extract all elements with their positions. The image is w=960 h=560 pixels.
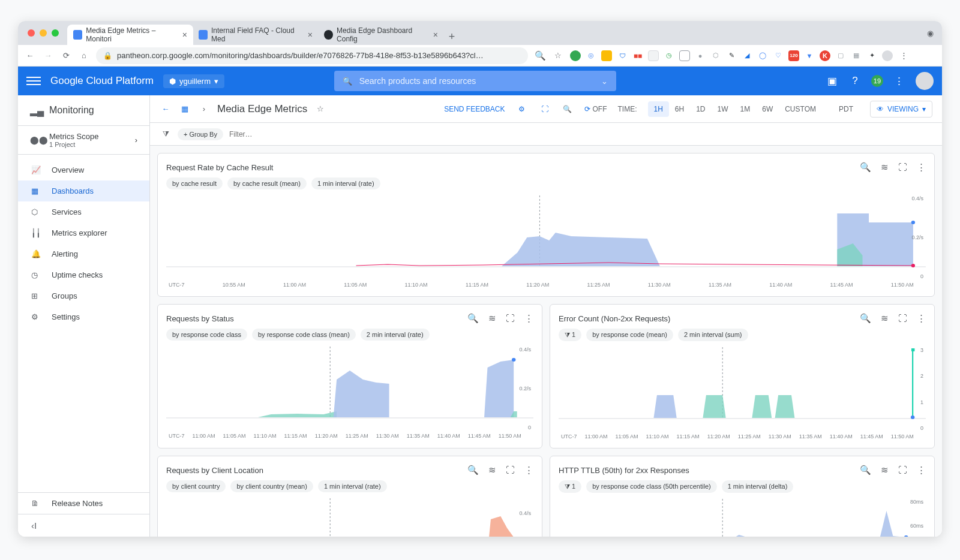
zoom-icon[interactable]: 🔍 <box>467 313 479 324</box>
fullscreen-icon[interactable]: ⛶ <box>539 103 551 115</box>
close-tab-icon[interactable]: × <box>308 30 313 40</box>
time-range-6w[interactable]: 6W <box>756 101 779 117</box>
sidebar-item-settings[interactable]: ⚙Settings <box>18 306 149 327</box>
group-by-chip[interactable]: + Group By <box>178 128 223 140</box>
time-range-1h[interactable]: 1H <box>648 101 669 117</box>
close-window-button[interactable] <box>28 29 35 37</box>
account-avatar[interactable] <box>916 72 934 90</box>
minimize-window-button[interactable] <box>40 29 47 37</box>
grid-icon[interactable]: ▦ <box>179 103 191 115</box>
chip[interactable]: 1 min interval (rate) <box>311 177 380 189</box>
zoom-icon[interactable]: 🔍 <box>860 465 871 475</box>
profile-icon[interactable] <box>882 50 893 61</box>
time-range-1w[interactable]: 1W <box>712 101 734 117</box>
search-in-page-icon[interactable]: 🔍 <box>534 50 546 62</box>
more-icon[interactable]: ⋮ <box>917 313 926 324</box>
legend-icon[interactable]: ≋ <box>881 465 889 475</box>
chart-area[interactable]: 0.4/s0.2/s0 <box>166 195 926 279</box>
chip[interactable]: by cache result (mean) <box>227 177 307 189</box>
sidebar-item-metrics-explorer[interactable]: ╽╽Metrics explorer <box>18 222 149 243</box>
time-range-1m[interactable]: 1M <box>734 101 757 117</box>
more-icon[interactable]: ⋮ <box>917 162 926 173</box>
browser-tab-active[interactable]: Media Edge Metrics – Monitori × <box>67 25 193 45</box>
send-feedback-link[interactable]: SEND FEEDBACK <box>444 105 505 113</box>
zoom-icon[interactable]: 🔍 <box>467 465 479 475</box>
free-trial-icon[interactable]: ▣ <box>826 74 839 88</box>
chart-area[interactable]: 3210 <box>559 347 926 431</box>
utilities-menu-icon[interactable]: ⋮ <box>893 74 906 88</box>
extension-icon[interactable]: ◼◼ <box>632 50 643 61</box>
legend-icon[interactable]: ≋ <box>488 313 496 324</box>
extension-icon[interactable] <box>570 50 581 61</box>
project-selector[interactable]: ⬢ yguillerm ▾ <box>163 74 224 88</box>
chip[interactable]: 2 min interval (sum) <box>678 329 748 341</box>
timezone-label[interactable]: PDT <box>833 101 859 117</box>
chip[interactable]: by response code class (50th percentile) <box>586 480 717 493</box>
back-button[interactable]: ← <box>24 50 36 62</box>
sidebar-item-alerting[interactable]: 🔔Alerting <box>18 243 149 264</box>
chip-filter[interactable]: ⧩ 1 <box>559 329 581 341</box>
collapse-sidebar-button[interactable]: ‹I <box>18 514 149 537</box>
back-icon[interactable]: ← <box>160 103 172 115</box>
extension-icon[interactable]: ◷ <box>664 50 674 61</box>
fullscreen-icon[interactable]: ⛶ <box>898 162 907 173</box>
legend-icon[interactable]: ≋ <box>488 465 496 475</box>
dropdown-icon[interactable]: ⌄ <box>601 77 608 86</box>
extension-icon[interactable]: ▢ <box>835 50 846 61</box>
url-input[interactable]: 🔒 pantheon.corp.google.com/monitoring/da… <box>96 47 528 64</box>
extension-icon[interactable]: ✎ <box>726 50 737 61</box>
time-range-1d[interactable]: 1D <box>690 101 711 117</box>
forward-button[interactable]: → <box>42 50 54 62</box>
more-icon[interactable]: ⋮ <box>917 465 926 475</box>
extension-icon[interactable] <box>648 50 659 61</box>
extension-icon[interactable]: ◯ <box>757 50 768 61</box>
extension-icon[interactable]: ◎ <box>586 50 596 61</box>
zoom-icon[interactable]: 🔍 <box>860 313 871 324</box>
more-icon[interactable]: ⋮ <box>524 313 533 324</box>
notifications-badge[interactable]: 19 <box>871 75 883 87</box>
chip[interactable]: by client country (mean) <box>230 480 313 492</box>
zoom-icon[interactable]: 🔍 <box>860 162 871 173</box>
maximize-window-button[interactable] <box>52 29 59 37</box>
close-tab-icon[interactable]: × <box>182 30 187 40</box>
chip[interactable]: 1 min interval (rate) <box>318 480 387 492</box>
sidebar-item-overview[interactable]: 📈Overview <box>18 159 149 180</box>
extension-icon[interactable]: ● <box>695 50 706 61</box>
chart-area[interactable]: 80ms60ms40ms Show debug panel <box>559 499 926 537</box>
chip[interactable]: by response code (mean) <box>586 329 673 341</box>
chip[interactable]: 1 min interval (delta) <box>722 480 794 493</box>
more-icon[interactable]: ⋮ <box>524 465 533 475</box>
chrome-menu-icon[interactable]: ⋮ <box>898 50 910 62</box>
help-icon[interactable]: ? <box>848 74 862 88</box>
legend-icon[interactable]: ≋ <box>881 162 889 173</box>
chip[interactable]: 2 min interval (rate) <box>361 329 430 341</box>
chip[interactable]: by response code class (mean) <box>252 329 356 341</box>
fullscreen-icon[interactable]: ⛶ <box>506 465 515 475</box>
extension-icon[interactable]: ♡ <box>773 50 784 61</box>
extension-icon[interactable]: 🛡 <box>617 50 628 61</box>
close-tab-icon[interactable]: × <box>433 30 438 40</box>
extension-icon[interactable]: K <box>820 50 830 61</box>
time-range-6h[interactable]: 6H <box>669 101 690 117</box>
sidebar-item-groups[interactable]: ⊞Groups <box>18 285 149 306</box>
viewing-mode-button[interactable]: 👁 VIEWING ▾ <box>870 101 932 118</box>
chip[interactable]: by client country <box>166 480 226 492</box>
fullscreen-icon[interactable]: ⛶ <box>506 313 515 324</box>
sidebar-item-dashboards[interactable]: ▦Dashboards <box>18 180 149 201</box>
browser-tab[interactable]: Internal Field FAQ - Cloud Med × <box>193 25 319 45</box>
new-tab-button[interactable]: + <box>443 28 460 45</box>
gear-icon[interactable]: ⚙ <box>516 103 528 115</box>
extension-icon[interactable]: ▦ <box>851 50 862 61</box>
browser-tab[interactable]: Media Edge Dashboard Config × <box>318 25 444 45</box>
extension-icon[interactable] <box>679 50 690 61</box>
extension-icon[interactable]: ▼ <box>804 50 815 61</box>
extension-icon[interactable]: ⬡ <box>710 50 721 61</box>
sidebar-item-uptime[interactable]: ◷Uptime checks <box>18 264 149 285</box>
legend-icon[interactable]: ≋ <box>881 313 889 324</box>
chart-area[interactable]: 0.4/s0.2/s0 <box>166 347 533 430</box>
chip[interactable]: by response code class <box>166 329 247 341</box>
extension-icon[interactable]: ◢ <box>742 50 752 61</box>
extension-icon[interactable] <box>601 50 612 61</box>
extensions-menu-icon[interactable]: ✦ <box>866 50 877 61</box>
chip[interactable]: by cache result <box>166 177 223 189</box>
